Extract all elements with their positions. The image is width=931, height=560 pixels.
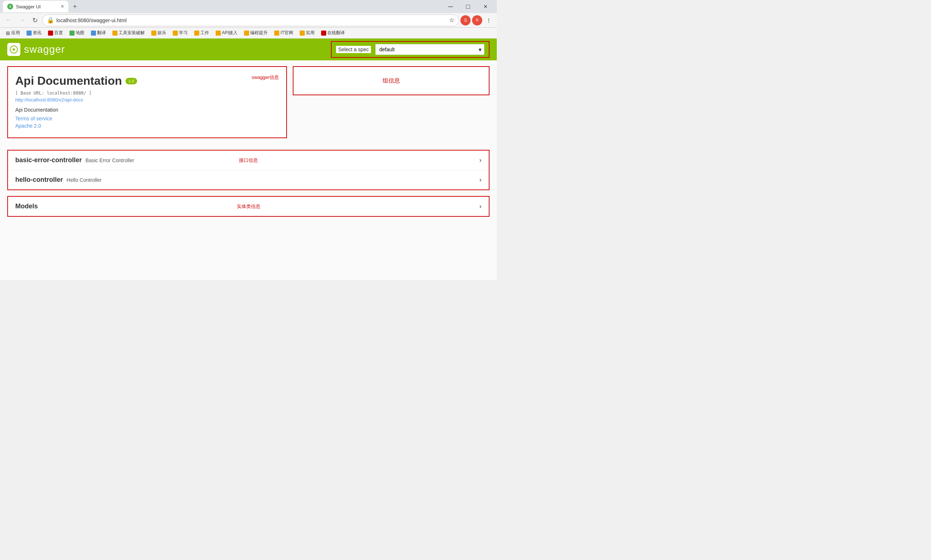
- spec-selector: Select a spec default ▾: [331, 41, 489, 58]
- address-text: localhost:8080/swagger-ui.html: [56, 17, 447, 23]
- group-info-box: 组信息: [293, 66, 489, 95]
- chevron-right-icon-1: ›: [479, 156, 482, 164]
- bookmark-online-translate-label: 在线翻译: [327, 30, 345, 36]
- version-badge: 1.0: [125, 78, 137, 85]
- apache-license-link[interactable]: Apache 2.0: [15, 123, 279, 129]
- swagger-header: swagger Select a spec default ▾: [0, 38, 497, 60]
- models-name: Models: [15, 203, 38, 210]
- bookmark-it[interactable]: IT官网: [271, 29, 296, 37]
- lock-icon: 🔒: [47, 17, 54, 24]
- back-button[interactable]: ←: [3, 15, 15, 26]
- bookmark-api[interactable]: API接入: [213, 29, 240, 37]
- bookmark-apps-label: 应用: [11, 30, 20, 36]
- spec-label: Select a spec: [336, 46, 371, 53]
- extensions-icon[interactable]: S: [460, 15, 471, 25]
- browser-tab[interactable]: S Swagger UI ×: [3, 1, 68, 12]
- bookmark-tools[interactable]: 工具安装破解: [109, 29, 148, 37]
- bookmark-programming-label: 编程提升: [250, 30, 268, 36]
- group-info-label: 组信息: [383, 77, 400, 85]
- star-icon[interactable]: ☆: [449, 17, 454, 24]
- basic-error-controller-name: basic-error-controller: [15, 156, 82, 164]
- bookmark-translate[interactable]: 翻译: [88, 29, 109, 37]
- window-controls: ─ □ ×: [442, 0, 494, 13]
- bookmark-news[interactable]: 资讯: [24, 29, 45, 37]
- bookmark-study[interactable]: 学习: [170, 29, 191, 37]
- hello-controller-desc: Hello Controller: [66, 177, 102, 183]
- swagger-title-text: swagger: [24, 44, 65, 55]
- bookmark-useful-label: 实用: [306, 30, 315, 36]
- hello-controller-name: hello-controller: [15, 176, 63, 184]
- bookmark-translate-label: 翻译: [97, 30, 106, 36]
- bookmark-tools-label: 工具安装破解: [118, 30, 145, 36]
- tab-close-button[interactable]: ×: [61, 3, 64, 10]
- chevron-right-icon-2: ›: [479, 176, 482, 184]
- swagger-info-label: swagger信息: [252, 74, 279, 81]
- api-docs-link[interactable]: http://localhost:8080/v2/api-docs: [15, 97, 137, 103]
- models-section: Models 实体类信息 ›: [7, 196, 489, 217]
- spec-select[interactable]: default: [375, 44, 485, 55]
- close-button[interactable]: ×: [477, 0, 494, 13]
- profile-icon[interactable]: R: [472, 15, 482, 25]
- bookmark-work[interactable]: 工作: [191, 29, 212, 37]
- bookmark-useful[interactable]: 实用: [297, 29, 317, 37]
- maximize-button[interactable]: □: [460, 0, 476, 13]
- bookmark-programming[interactable]: 编程提升: [241, 29, 271, 37]
- left-panel: Api Documentation 1.0 [ Base URL: localh…: [7, 66, 287, 144]
- browser-toolbar: ← → ↻ 🔒 localhost:8080/swagger-ui.html ☆…: [0, 13, 497, 28]
- base-url: [ Base URL: localhost:8080/ ]: [15, 91, 137, 95]
- bookmark-map[interactable]: 地图: [66, 29, 87, 37]
- entity-info-label: 实体类信息: [237, 203, 260, 210]
- bookmark-baidu-label: 百度: [54, 30, 63, 36]
- api-description: Api Documentation: [15, 107, 279, 113]
- hello-controller-item[interactable]: hello-controller Hello Controller ›: [8, 170, 489, 189]
- forward-button[interactable]: →: [16, 15, 28, 26]
- bookmark-baidu[interactable]: 百度: [45, 29, 66, 37]
- main-content: Api Documentation 1.0 [ Base URL: localh…: [0, 60, 497, 150]
- api-info-box: Api Documentation 1.0 [ Base URL: localh…: [7, 66, 287, 138]
- bookmark-apps[interactable]: ⊞ 应用: [3, 29, 23, 37]
- menu-icon[interactable]: ⋮: [484, 15, 494, 25]
- bookmark-work-label: 工作: [200, 30, 209, 36]
- bookmark-news-label: 资讯: [33, 30, 42, 36]
- address-bar[interactable]: 🔒 localhost:8080/swagger-ui.html ☆: [42, 15, 459, 26]
- refresh-button[interactable]: ↻: [29, 15, 41, 26]
- controllers-section: basic-error-controller Basic Error Contr…: [7, 150, 489, 190]
- bookmark-online-translate[interactable]: 在线翻译: [318, 29, 348, 37]
- new-tab-button[interactable]: +: [70, 3, 80, 11]
- models-item[interactable]: Models 实体类信息 ›: [8, 197, 489, 216]
- tab-favicon: S: [7, 4, 13, 9]
- toolbar-icons: S R ⋮: [460, 15, 494, 25]
- spec-select-wrapper: default ▾: [375, 44, 485, 55]
- swagger-logo: swagger: [7, 43, 65, 56]
- right-panel: 组信息: [293, 66, 489, 144]
- api-title-text: Api Documentation: [15, 74, 122, 88]
- bookmark-it-label: IT官网: [280, 30, 293, 36]
- bookmark-entertainment-label: 娱乐: [157, 30, 166, 36]
- interface-info-label: 接口信息: [239, 157, 258, 164]
- basic-error-controller-item[interactable]: basic-error-controller Basic Error Contr…: [8, 151, 489, 170]
- bookmark-entertainment[interactable]: 娱乐: [148, 29, 169, 37]
- api-title: Api Documentation 1.0: [15, 74, 137, 88]
- terms-of-service-link[interactable]: Terms of service: [15, 115, 279, 122]
- bookmarks-bar: ⊞ 应用 资讯 百度 地图 翻译 工具安装破解 娱乐 学习: [0, 28, 497, 38]
- bookmark-api-label: API接入: [222, 30, 237, 36]
- tab-title: Swagger UI: [16, 4, 41, 9]
- basic-error-controller-desc: Basic Error Controller: [85, 157, 134, 163]
- bookmark-map-label: 地图: [75, 30, 85, 36]
- bookmark-study-label: 学习: [179, 30, 188, 36]
- chevron-right-icon-3: ›: [479, 203, 482, 210]
- swagger-icon: [7, 43, 20, 56]
- minimize-button[interactable]: ─: [442, 0, 459, 13]
- chevron-down-icon: ▾: [479, 46, 482, 53]
- page-content: swagger Select a spec default ▾ Api Docu…: [0, 38, 497, 280]
